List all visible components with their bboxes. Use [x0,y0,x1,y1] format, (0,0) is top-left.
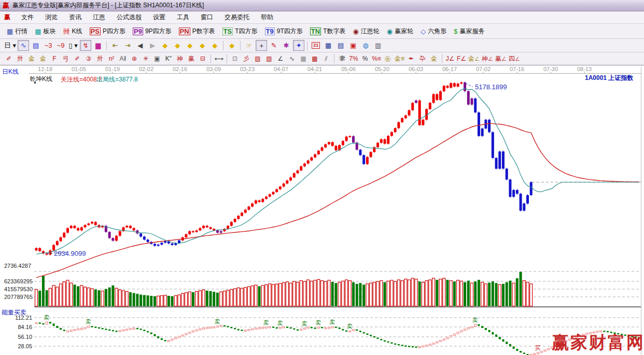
menu-9[interactable]: 帮助 [255,11,279,23]
toolbar-item-t-table[interactable]: TNT数字表 [306,25,349,37]
gann-tool-2[interactable]: 金 [26,53,37,64]
gann-tool-7[interactable]: ③ [83,53,94,64]
icon-tool-11[interactable]: ◀ [134,40,146,51]
icon-tool-32[interactable]: ▥ [372,40,384,51]
menu-4[interactable]: 公式选股 [111,11,147,23]
icon-tool-15[interactable]: ◆ [184,40,195,51]
gann-tool-9[interactable]: n² [106,53,117,64]
icon-tool-14[interactable]: ◆ [172,40,183,51]
toolbar-item-gann-wheel[interactable]: ◉江恩轮 [349,25,383,37]
icon-tool-24[interactable]: ✱ [281,40,292,51]
toolbar-item-p-table[interactable]: PNP数字表 [175,25,219,37]
gann-tool-21[interactable]: ⊡ [230,53,240,64]
gann-tool-6[interactable]: ✐ [72,53,82,64]
gann-tool-35[interactable]: ㊎ [383,53,393,64]
menu-8[interactable]: 交易委托 [219,11,255,23]
icon-tool-23[interactable]: ✎ [268,40,279,51]
icon-tool-12[interactable]: ▶ [147,40,158,51]
gann-tool-15[interactable]: 神 [175,53,185,64]
icon-tool-22[interactable]: ＋ [256,40,267,51]
gann-tool-25[interactable]: ∠ [275,53,286,64]
gann-tool-23[interactable]: ▨ [253,53,263,64]
toolbar-item-9t-square[interactable]: T99T四方形 [261,25,306,37]
gann-tool-43[interactable]: 金∠ [468,53,480,64]
menu-1[interactable]: 浏览 [39,11,63,23]
menu-6[interactable]: 工具 [171,11,195,23]
toolbar-item-sectors[interactable]: ▩板块 [31,25,59,37]
child-window-icon[interactable]: 赢 [4,13,10,22]
icon-tool-1[interactable]: ∿ [18,40,29,51]
gann-tool-8[interactable]: 卅 [95,53,105,64]
toolbar-item-winner-wheel[interactable]: ◉赢家轮 [383,25,417,37]
icon-tool-6[interactable]: ↯ [80,40,91,51]
icon-tool-31[interactable]: ◍ [360,40,371,51]
gann-tool-45[interactable]: 赢∠ [495,53,507,64]
toolbar-item-p-square[interactable]: PSP四方形 [86,25,129,37]
menu-5[interactable]: 设置 [147,11,171,23]
icon-tool-19[interactable]: ◆ [226,40,237,51]
toolbar-item-kline[interactable]: 卌K线 [60,25,86,37]
gann-tool-29[interactable]: ⫽ [321,53,331,64]
gann-tool-16[interactable]: 赢 [186,53,197,64]
gann-tool-32[interactable]: 7% [348,53,359,64]
gann-tool-3[interactable]: 金 [38,53,48,64]
gann-tool-42[interactable]: F∠ [456,53,467,64]
gann-tool-5[interactable]: 弓 [61,53,71,64]
toolbar-item-9p-square[interactable]: P99P四方形 [129,25,175,37]
gann-tool-26[interactable]: ∿ [287,53,297,64]
icon-tool-16[interactable]: ◆ [197,40,208,51]
gann-tool-19[interactable]: ⟷ [214,53,224,64]
menu-2[interactable]: 资讯 [63,11,87,23]
gann-tool-34[interactable]: %≡ [371,53,382,64]
icon-tool-17[interactable]: ◆ [209,40,220,51]
icon-tool-3[interactable]: ~3 [43,40,54,51]
gann-tool-31[interactable]: 聿 [337,53,347,64]
gann-tool-46[interactable]: 四∠ [508,53,521,64]
gann-tool-24[interactable]: ▧ [264,53,274,64]
gann-tool-38[interactable]: 卆 [417,53,428,64]
gann-tool-1[interactable]: 卅 [15,53,25,64]
gann-tool-28[interactable]: ▩ [310,53,320,64]
gann-tool-44[interactable]: 神∠ [481,53,494,64]
gann-tool-22[interactable]: 彡 [241,53,251,64]
gann-tool-14[interactable]: K" [163,53,174,64]
period-label[interactable]: 日K线 [2,67,19,76]
menu-7[interactable]: 窗口 [195,11,219,23]
icon-tool-7[interactable]: ▆ [92,40,104,51]
icon-tool-29[interactable]: ▤ [335,40,346,51]
icon-tool-27[interactable]: 21 [310,40,321,51]
gann-tool-37[interactable]: ✒ [406,53,416,64]
gann-tool-10[interactable]: A‖ [118,53,128,64]
gann-tool-39[interactable]: 金 [429,53,439,64]
symbol-label[interactable]: 1A0001 上证指数 [585,74,633,83]
gann-tool-41[interactable]: J∠ [445,53,455,64]
gann-tool-11[interactable]: ⊕ [129,53,139,64]
overlay-dropdown-icon[interactable]: ▼ [33,81,37,85]
gann-tool-12[interactable]: ✳ [141,53,151,64]
gann-tool-17[interactable]: ⊟ [198,53,208,64]
icon-tool-21[interactable]: ☞ [243,40,255,51]
gann-tool-4[interactable]: F [49,53,60,64]
toolbar-item-t-square[interactable]: TST四方形 [219,25,261,37]
icon-tool-28[interactable]: ▦ [323,40,334,51]
gann-tool-0[interactable]: ✐ [4,53,14,64]
toolbar-item-winner-service[interactable]: $赢家服务 [450,25,488,37]
gann-tool-13[interactable]: ▣ [152,53,162,64]
gann-tool-33[interactable]: % [360,53,370,64]
toolbar-item-quotes[interactable]: ▦行情 [3,25,31,37]
gann-tool-36[interactable]: 金≡ [394,53,405,64]
icon-tool-0[interactable]: 日 ▾ [4,40,17,51]
icon-tool-5[interactable]: ▯ ▾ [67,40,79,51]
icon-tool-10[interactable]: ⇥ [122,40,133,51]
icon-tool-7-icon: ▆ [95,42,101,49]
icon-tool-30[interactable]: ▣ [347,40,359,51]
icon-tool-13[interactable]: ◆ [159,40,171,51]
menu-3[interactable]: 江恩 [87,11,111,23]
menu-0[interactable]: 文件 [16,11,39,23]
icon-tool-4[interactable]: ~9 [55,40,66,51]
icon-tool-25[interactable]: ✦ [293,40,304,51]
icon-tool-2[interactable]: ▤ [30,40,41,51]
gann-tool-27[interactable]: ▦ [298,53,309,64]
icon-tool-9[interactable]: ⇤ [109,40,121,51]
toolbar-item-hexagon[interactable]: ◇六角形 [417,25,450,37]
